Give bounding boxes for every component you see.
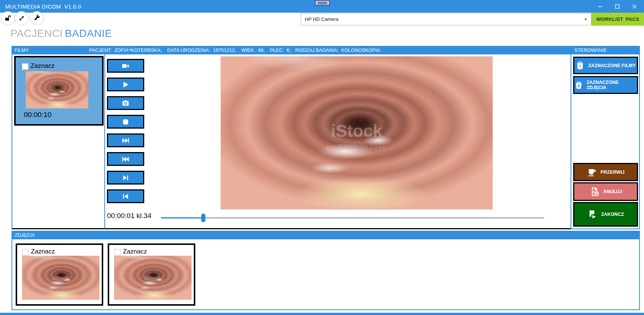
next-frame-button[interactable] [107,171,144,185]
maximize-icon [615,4,620,9]
film-duration: 00:00:10 [24,111,51,119]
delete-selected-photos-label: ZAZNACZONE ZDJĘCIA [587,80,637,90]
seek-slider-fill [161,217,203,218]
worklist-pacs-bar: WORKLIST PACS [591,13,644,26]
film-thumbnail[interactable] [26,71,88,108]
section-header-bar: FILMY PACJENT: ZOFIA^KOTERBSKA; DATA URO… [12,46,640,54]
photo-select-label: Zaznacz [123,248,147,255]
fast-forward-icon [121,136,130,145]
interrupt-label: PRZERWIJ [600,170,624,175]
trash-icon [575,61,585,70]
tab-patients[interactable]: PACJENCI [10,28,63,40]
photo-card[interactable]: Zaznacz iStock [16,243,103,306]
photo-select-checkbox[interactable] [114,249,121,255]
watermark-text: iStock [221,121,493,141]
interrupt-button[interactable]: PRZERWIJ [573,163,638,181]
camera-select-value: HP HD Camera [305,16,338,22]
coffee-cup-icon [587,167,597,177]
maximize-button[interactable] [609,0,626,13]
previous-frame-icon [121,192,130,201]
close-button[interactable] [626,0,643,13]
play-button[interactable] [107,78,144,91]
screen-dock-widget[interactable] [315,0,330,6]
record-video-button[interactable] [107,59,144,73]
close-icon [632,4,637,9]
watermark-text: iStock [22,275,100,281]
live-video-view[interactable]: iStock by Getty Images [221,56,493,210]
photos-header: ZDJĘCIA [15,232,35,238]
capture-photo-button[interactable] [107,96,144,110]
photo-thumbnail[interactable]: iStock [114,256,192,300]
photo-select-label: Zaznacz [31,248,55,255]
watermark-credit: by Getty Images [221,144,493,151]
next-frame-icon [121,174,130,182]
film-select-checkbox[interactable] [22,63,28,70]
minimize-icon [598,4,603,9]
films-header: FILMY [15,47,29,53]
wrench-icon [33,15,41,22]
worklist-button[interactable]: WORKLIST [596,16,623,22]
fast-forward-button[interactable] [107,133,144,147]
fullscreen-button[interactable] [15,11,29,25]
watermark-text: iStock [114,275,192,281]
stop-icon [121,118,130,126]
window-title: MULTIMEDIA DICOM V1.0.0 [0,3,81,10]
playback-time-label: 00:00:01 kl.34 [107,212,151,220]
finish-label: ZAKOŃCZ [601,212,624,217]
finish-save-icon [587,209,598,220]
delete-selected-films-button[interactable]: ZAZNACZONE FILMY [573,57,638,74]
seek-slider[interactable] [161,217,544,218]
settings-button[interactable] [30,11,44,25]
stop-button[interactable] [107,115,144,129]
chevron-down-icon: ▼ [584,18,587,21]
delete-selected-films-label: ZAZNACZONE FILMY [588,63,635,68]
camera-select[interactable]: HP HD Camera ▼ [301,13,591,25]
cancel-button[interactable]: ANULUJ [573,182,638,201]
unlock-button[interactable] [1,11,15,25]
open-lock-icon [4,15,12,22]
photo-card[interactable]: Zaznacz iStock [108,243,195,306]
pacs-button[interactable]: PACS [625,16,639,22]
window-bottom-edge [0,313,644,315]
cancel-label: ANULUJ [603,189,622,194]
tab-exam[interactable]: BADANIE [65,28,112,40]
trash-icon [574,81,583,90]
application-window: MULTIMEDIA DICOM V1.0.0 HP HD Camera ▼ W… [0,0,644,315]
photo-camera-icon [121,99,130,107]
seek-slider-thumb[interactable] [201,214,205,222]
control-header: STEROWANIE [574,47,607,53]
photos-panel [12,239,640,310]
film-select-label: Zaznacz [31,62,54,70]
photo-select-checkbox[interactable] [22,249,29,255]
minimize-button[interactable] [591,0,609,13]
photo-thumbnail[interactable]: iStock [22,256,100,300]
photos-header-bar: ZDJĘCIA [12,231,640,239]
finish-button[interactable]: ZAKOŃCZ [573,202,638,227]
cancel-document-icon [589,186,600,197]
delete-selected-photos-button[interactable]: ZAZNACZONE ZDJĘCIA [573,76,638,94]
previous-frame-button[interactable] [107,189,144,203]
video-camera-icon [121,62,130,70]
expand-arrows-icon [18,15,25,22]
film-card[interactable]: Zaznacz 00:00:10 [14,56,104,126]
patient-info: PACJENT: ZOFIA^KOTERBSKA; DATA URODZENIA… [89,47,380,53]
rewind-button[interactable] [107,152,144,166]
play-icon [121,81,130,89]
rewind-icon [121,155,130,163]
